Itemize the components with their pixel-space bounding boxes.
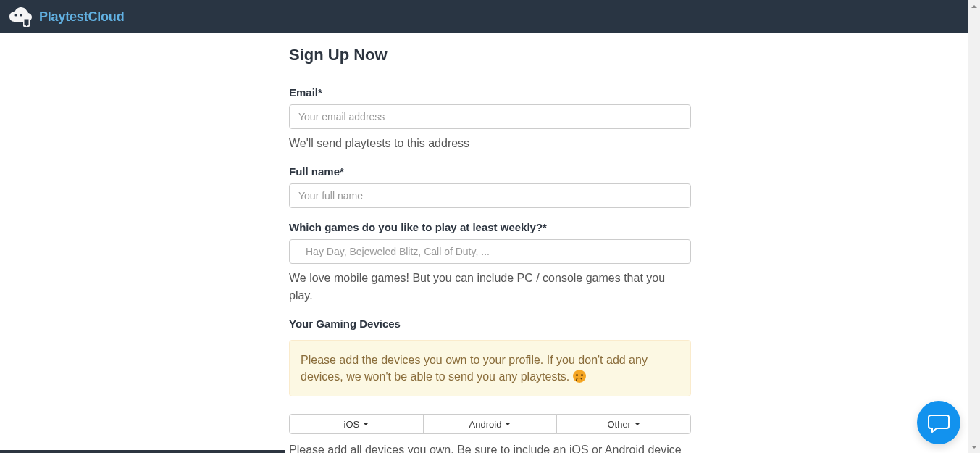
arrow-up-icon [971,5,977,8]
page-title: Sign Up Now [289,46,691,65]
svg-point-1 [20,14,22,17]
cloud-logo-icon [6,5,35,28]
devices-warning: Please add the devices you own to your p… [289,340,691,396]
device-other-button[interactable]: Other [556,414,691,434]
bottom-bar [0,450,285,453]
device-android-button[interactable]: Android [423,414,558,434]
device-button-group: iOS Android Other [289,414,691,434]
devices-help: Please add all devices you own. Be sure … [289,441,691,453]
email-field[interactable] [289,104,691,129]
brand-text: PlaytestCloud [39,9,124,25]
fullname-label: Full name* [289,165,691,178]
caret-down-icon [635,423,640,425]
signup-form: Sign Up Now Email* We'll send playtests … [289,33,691,453]
caret-down-icon [363,423,369,425]
email-group: Email* We'll send playtests to this addr… [289,86,691,152]
fullname-field[interactable] [289,183,691,208]
devices-heading: Your Gaming Devices [289,317,691,330]
fullname-group: Full name* [289,165,691,208]
vertical-scrollbar[interactable] [968,0,980,453]
device-ios-button[interactable]: iOS [289,414,424,434]
email-label: Email* [289,86,691,99]
games-placeholder: Hay Day, Bejeweled Blitz, Call of Duty, … [306,246,490,257]
header: PlaytestCloud [0,0,980,33]
games-group: Which games do you like to play at least… [289,221,691,304]
email-help: We'll send playtests to this address [289,135,691,152]
svg-rect-3 [25,20,29,25]
chat-help-button[interactable] [917,401,960,444]
pensive-face-icon [573,370,586,383]
svg-point-4 [26,25,28,27]
chat-icon [928,412,950,433]
games-help: We love mobile games! But you can includ… [289,270,691,304]
svg-point-0 [15,14,17,17]
caret-down-icon [505,423,511,425]
logo[interactable]: PlaytestCloud [6,5,124,28]
devices-group: Your Gaming Devices Please add the devic… [289,317,691,453]
scroll-up-button[interactable] [968,0,980,12]
arrow-down-icon [971,446,977,449]
games-field[interactable]: Hay Day, Bejeweled Blitz, Call of Duty, … [289,239,691,264]
scroll-down-button[interactable] [968,441,980,453]
devices-warning-text: Please add the devices you own to your p… [301,354,648,383]
games-label: Which games do you like to play at least… [289,221,691,233]
